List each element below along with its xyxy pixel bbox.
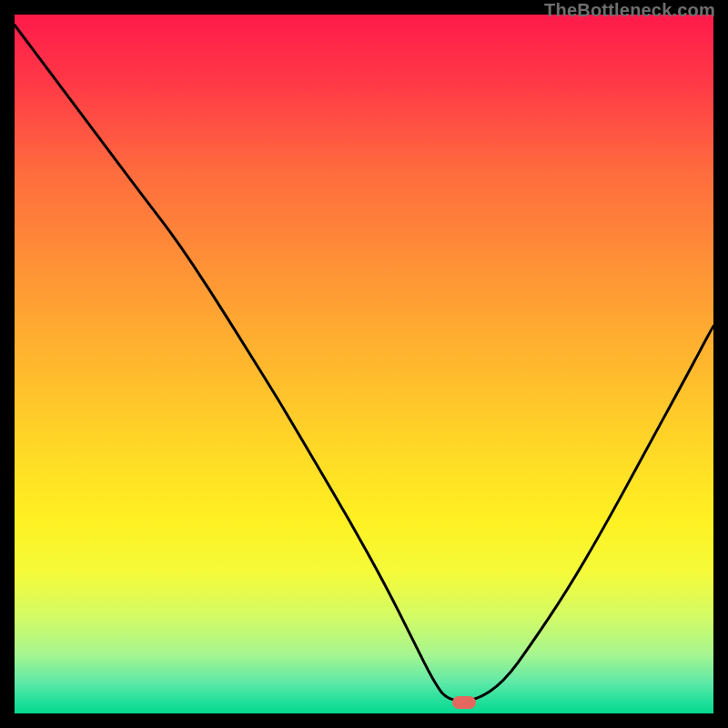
watermark: TheBottleneck.com xyxy=(544,0,715,21)
optimal-marker xyxy=(452,696,476,709)
chart-container: TheBottleneck.com xyxy=(0,0,728,728)
plot-area xyxy=(15,15,713,713)
heat-background xyxy=(15,15,713,713)
chart-svg xyxy=(15,15,713,713)
